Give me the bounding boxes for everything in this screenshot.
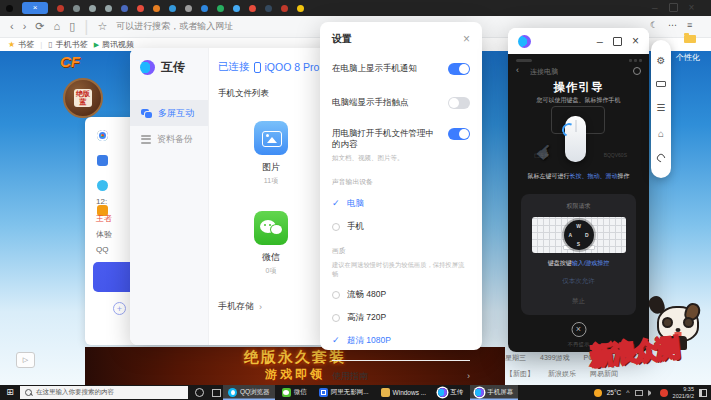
hot-link[interactable]: 体验 bbox=[96, 229, 112, 240]
taskbar-app-wechat[interactable]: 微信 bbox=[277, 385, 312, 400]
notifications-toggle[interactable] bbox=[448, 63, 470, 75]
bookmark-item[interactable]: ★ 书签 bbox=[8, 39, 34, 50]
fullscreen-icon[interactable] bbox=[613, 37, 622, 46]
back-icon[interactable]: ‹ bbox=[516, 66, 519, 75]
tab-favicon[interactable] bbox=[169, 5, 176, 12]
tab-favicon[interactable] bbox=[6, 5, 13, 12]
page-link[interactable]: 4399游戏 bbox=[540, 353, 570, 363]
help-icon[interactable] bbox=[633, 67, 641, 75]
taskbar-app-qqbrowser[interactable]: QQ浏览器 bbox=[223, 385, 275, 400]
filemanager-toggle[interactable] bbox=[448, 128, 470, 140]
close-icon[interactable]: × bbox=[689, 2, 695, 13]
taskbar-app-wuying[interactable]: 阿里无影网... bbox=[314, 385, 374, 400]
tab-favicon[interactable] bbox=[233, 5, 240, 12]
tab-close-icon[interactable]: × bbox=[33, 4, 38, 12]
taskbar-app-windows[interactable]: Windows ... bbox=[376, 385, 432, 400]
home-icon[interactable]: ⌂ bbox=[658, 129, 664, 139]
page-link[interactable]: 星期三 bbox=[505, 353, 526, 363]
taskbar-search[interactable]: 在这里输入你要搜索的内容 bbox=[20, 386, 188, 399]
tab-favicon[interactable] bbox=[217, 5, 224, 12]
cortana-icon[interactable] bbox=[195, 388, 204, 397]
touchpoint-toggle[interactable] bbox=[448, 97, 470, 109]
ime-badge-icon[interactable] bbox=[660, 389, 668, 397]
phone-storage-link[interactable]: 手机存储 › bbox=[218, 300, 262, 313]
add-button[interactable]: + bbox=[113, 302, 126, 315]
clock[interactable]: 9:35 2021/9/2 bbox=[673, 386, 694, 399]
tab-favicon[interactable] bbox=[153, 5, 160, 12]
audio-option-phone[interactable]: 手机 bbox=[332, 221, 470, 233]
chrome-icon[interactable] bbox=[97, 130, 108, 141]
option-label: 超清 1080P bbox=[347, 335, 391, 347]
hot-link[interactable]: 王者 bbox=[96, 213, 112, 224]
tab-favicon[interactable] bbox=[185, 5, 192, 12]
allow-once-button[interactable]: 仅本次允许 bbox=[521, 277, 636, 286]
task-view-icon[interactable] bbox=[212, 389, 221, 397]
address-bar[interactable]: 可以进行搜索，或者输入网址 bbox=[116, 20, 233, 33]
recent-apps-icon[interactable]: ☰ bbox=[657, 103, 666, 113]
refresh-icon[interactable]: ⟳ bbox=[35, 21, 44, 32]
page-link[interactable]: 【新图】 bbox=[506, 369, 534, 379]
maximize-icon[interactable] bbox=[669, 3, 678, 12]
quality-option-480p[interactable]: 流畅 480P bbox=[332, 289, 470, 301]
minimize-icon[interactable]: – bbox=[597, 36, 603, 47]
user-guide-link[interactable]: 使用指南 › bbox=[332, 370, 470, 383]
tab-favicon[interactable] bbox=[265, 5, 272, 12]
explorer-tray-icon[interactable] bbox=[635, 390, 643, 396]
dismiss-guide-button[interactable]: × bbox=[571, 322, 586, 337]
hot-link[interactable]: QQ bbox=[96, 245, 108, 254]
temperature[interactable]: 25°C bbox=[607, 389, 622, 396]
quality-option-1080p[interactable]: ✓ 超清 1080P bbox=[332, 335, 470, 347]
tab-favicon[interactable] bbox=[297, 5, 304, 12]
tray-expand-icon[interactable]: ^ bbox=[626, 389, 629, 396]
more-icon[interactable]: ⋯ bbox=[668, 20, 677, 30]
bookmark-item[interactable]: ▯ 手机书签 bbox=[48, 39, 87, 50]
tab-favicon[interactable] bbox=[201, 5, 208, 12]
downloads-folder-icon[interactable] bbox=[684, 35, 696, 43]
tab-favicon[interactable] bbox=[105, 5, 112, 12]
phone-screen[interactable]: ‹ 连接电脑 操作引导 您可以使用键盘、鼠标操作手机 ☛ 已连接 BQQV60S… bbox=[508, 54, 649, 352]
notification-center-icon[interactable] bbox=[699, 389, 707, 397]
sidebar-expand-button[interactable]: ▷ bbox=[16, 352, 35, 368]
menu-icon[interactable]: ≡ bbox=[687, 20, 692, 30]
sidebar-item-backup[interactable]: 资料备份 bbox=[130, 126, 208, 152]
tab-favicon[interactable] bbox=[121, 5, 128, 12]
star-icon[interactable]: ☆ bbox=[97, 21, 107, 32]
file-item-wechat[interactable]: 微信 0项 bbox=[235, 211, 307, 276]
back-icon[interactable] bbox=[655, 153, 666, 164]
taskbar-app-huchuan[interactable]: 互传 bbox=[433, 385, 468, 400]
sidebar-item-multiscreen[interactable]: 多屏互动 bbox=[130, 100, 208, 126]
volume-icon[interactable] bbox=[648, 390, 655, 396]
night-mode-icon[interactable]: ☾ bbox=[650, 20, 658, 30]
weather-icon[interactable] bbox=[594, 389, 602, 397]
deny-button[interactable]: 禁止 bbox=[521, 297, 636, 306]
taskbar-app-phonemirror[interactable]: 手机屏幕 bbox=[470, 385, 518, 400]
page-link[interactable]: 新浪娱乐 bbox=[548, 369, 576, 379]
keyboard-icon[interactable] bbox=[656, 81, 666, 87]
tab-favicon[interactable] bbox=[137, 5, 144, 12]
page-link[interactable]: 网易新闻 bbox=[590, 369, 618, 379]
tab-favicon[interactable] bbox=[89, 5, 96, 12]
forward-icon[interactable]: › bbox=[23, 21, 27, 32]
minimize-icon[interactable]: – bbox=[652, 2, 658, 13]
bookmark-item[interactable]: ▶ 腾讯视频 bbox=[94, 39, 134, 50]
audio-option-computer[interactable]: ✓ 电脑 bbox=[332, 198, 470, 210]
back-icon[interactable]: ‹ bbox=[10, 21, 14, 32]
cloud-icon[interactable] bbox=[97, 180, 108, 191]
file-item-pictures[interactable]: 图片 11项 bbox=[235, 121, 307, 186]
page-link[interactable]: PC玩手游 bbox=[584, 353, 615, 363]
active-tab[interactable]: × bbox=[22, 2, 48, 14]
close-icon[interactable]: × bbox=[632, 35, 639, 47]
game-badge[interactable]: 绝版蓝 bbox=[63, 78, 103, 118]
close-icon[interactable]: × bbox=[463, 33, 470, 45]
quality-option-720p[interactable]: 高清 720P bbox=[332, 312, 470, 324]
tab-favicon[interactable] bbox=[249, 5, 256, 12]
home-icon[interactable]: ⌂ bbox=[54, 21, 61, 32]
tab-favicon[interactable] bbox=[73, 5, 80, 12]
tab-favicon[interactable] bbox=[57, 5, 64, 12]
tab-favicon[interactable] bbox=[281, 5, 288, 12]
settings-gear-icon[interactable]: ⚙ bbox=[657, 56, 666, 66]
reader-icon[interactable]: ▯ bbox=[69, 21, 75, 32]
app-icon-blue[interactable] bbox=[97, 155, 108, 166]
start-button[interactable]: ⊞ bbox=[0, 388, 20, 397]
bookmark-label: 手机书签 bbox=[56, 39, 88, 50]
